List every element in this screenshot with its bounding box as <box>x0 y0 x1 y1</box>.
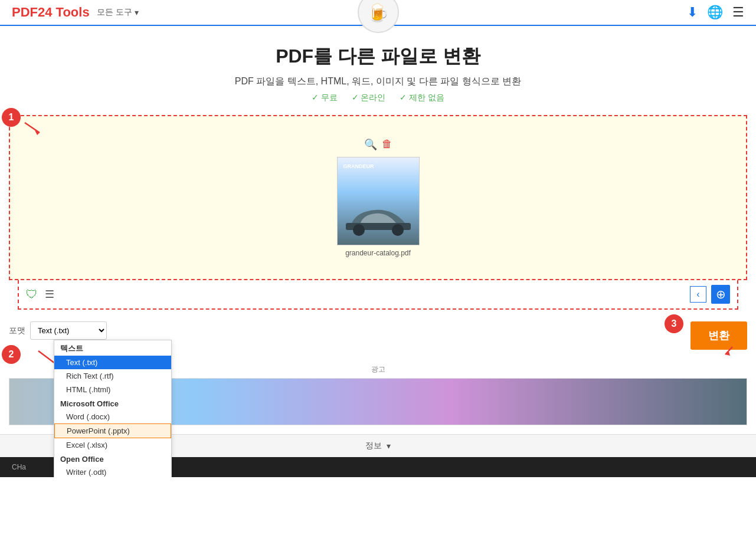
group-label-msoffice: Microsoft Office <box>54 396 171 410</box>
step3-arrow <box>721 344 738 360</box>
option-html[interactable]: HTML (.html) <box>54 383 171 396</box>
footer-text: CHa <box>12 463 26 471</box>
step2-wrap: 2 <box>2 345 21 364</box>
header-center-logo: 🍺 <box>358 0 399 33</box>
option-excel[interactable]: Excel (.xlsx) <box>54 438 171 452</box>
format-select-wrap: Text (.txt) 텍스트 Text (.txt) Rich Text (.… <box>30 321 107 340</box>
option-text-txt[interactable]: Text (.txt) <box>54 356 171 369</box>
svg-point-4 <box>392 224 404 236</box>
hero-badges: ✓ 무료 ✓ 온라인 ✓ 제한 없음 <box>12 93 744 103</box>
grandeur-label: GRANDEUR <box>343 163 374 169</box>
logo-num: 24 <box>38 5 52 19</box>
page-subtitle: PDF 파일을 텍스트, HTML, 워드, 이미지 및 다른 파일 형식으로 … <box>12 75 744 88</box>
format-select[interactable]: Text (.txt) <box>30 321 107 340</box>
svg-point-3 <box>353 224 365 236</box>
convert-button[interactable]: 변환 <box>690 321 747 350</box>
step1-arrow <box>22 120 45 139</box>
header-right: ⬇ 🌐 ☰ <box>687 5 744 20</box>
car-silhouette <box>346 206 411 236</box>
page-title: PDF를 다른 파일로 변환 <box>12 44 744 70</box>
file-thumbnail: GRANDEUR <box>337 157 420 245</box>
upload-bottom-bar: 🛡 ☰ ‹ ⊕ <box>18 280 738 310</box>
badge-free: ✓ 무료 <box>312 93 338 102</box>
group-label-openoffice: Open Office <box>54 452 171 465</box>
header: PDF24 Tools 모든 도구 ▾ 🍺 ⬇ 🌐 ☰ <box>0 0 756 26</box>
file-name: grandeur-catalog.pdf <box>345 249 411 257</box>
upload-section: 1 🔍 🗑 GRANDEUR <box>9 115 747 310</box>
step1-circle: 1 <box>2 108 21 127</box>
convert-wrap: 3 변환 <box>690 321 747 350</box>
shield-icon: 🛡 <box>26 288 38 301</box>
all-tools-nav[interactable]: 모든 도구 ▾ <box>97 7 139 18</box>
upload-bottom-left: 🛡 ☰ <box>26 288 54 301</box>
format-left: 포맷 Text (.txt) 텍스트 Text (.txt) Rich Text… <box>9 321 107 340</box>
menu-icon[interactable]: ☰ <box>732 5 744 20</box>
upload-bottom-right: ‹ ⊕ <box>690 285 730 304</box>
badge-online: ✓ 온라인 <box>352 93 386 102</box>
group-label-text: 텍스트 <box>54 340 171 356</box>
globe-icon[interactable]: 🌐 <box>707 5 723 20</box>
delete-icon[interactable]: 🗑 <box>382 138 392 151</box>
file-actions: 🔍 🗑 <box>364 138 392 151</box>
option-powerpoint[interactable]: PowerPoint (.pptx) <box>54 423 171 438</box>
logo-pdf: PDF <box>12 5 38 19</box>
all-tools-label: 모든 도구 <box>97 7 132 18</box>
option-word[interactable]: Word (.docx) <box>54 410 171 423</box>
zoom-icon[interactable]: 🔍 <box>364 138 377 151</box>
download-icon[interactable]: ⬇ <box>687 5 698 20</box>
site-logo[interactable]: PDF24 Tools <box>12 5 90 20</box>
logo-tools: Tools <box>52 5 89 19</box>
svg-line-0 <box>25 123 40 133</box>
file-preview: 🔍 🗑 GRANDEUR <box>337 138 420 257</box>
step2-circle: 2 <box>2 345 21 364</box>
header-left: PDF24 Tools 모든 도구 ▾ <box>12 5 139 20</box>
info-label: 정보 <box>365 441 382 451</box>
brand-emoji: 🍺 <box>367 2 389 23</box>
nav-chevron-icon: ▾ <box>135 8 139 17</box>
hero-section: PDF를 다른 파일로 변환 PDF 파일을 텍스트, HTML, 워드, 이미… <box>0 26 756 109</box>
format-bar: 2 포맷 Text (.txt) 텍스트 Text (.txt) Rich Te… <box>0 316 756 356</box>
info-chevron-icon: ▾ <box>387 441 391 451</box>
format-label: 포맷 <box>9 326 25 336</box>
list-icon[interactable]: ☰ <box>45 288 54 301</box>
upload-box[interactable]: 🔍 🗑 GRANDEUR <box>9 115 747 280</box>
chevron-left-button[interactable]: ‹ <box>690 286 706 303</box>
add-file-button[interactable]: ⊕ <box>711 285 730 304</box>
option-writer[interactable]: Writer (.odt) <box>54 465 171 477</box>
option-rich-text[interactable]: Rich Text (.rtf) <box>54 369 171 383</box>
thumbnail-inner: GRANDEUR <box>338 157 419 245</box>
brand-icon: 🍺 <box>358 0 399 33</box>
badge-unlimited: ✓ 제한 없음 <box>400 93 444 102</box>
format-dropdown: 텍스트 Text (.txt) Rich Text (.rtf) HTML (.… <box>54 340 172 477</box>
step3-circle: 3 <box>665 314 683 333</box>
